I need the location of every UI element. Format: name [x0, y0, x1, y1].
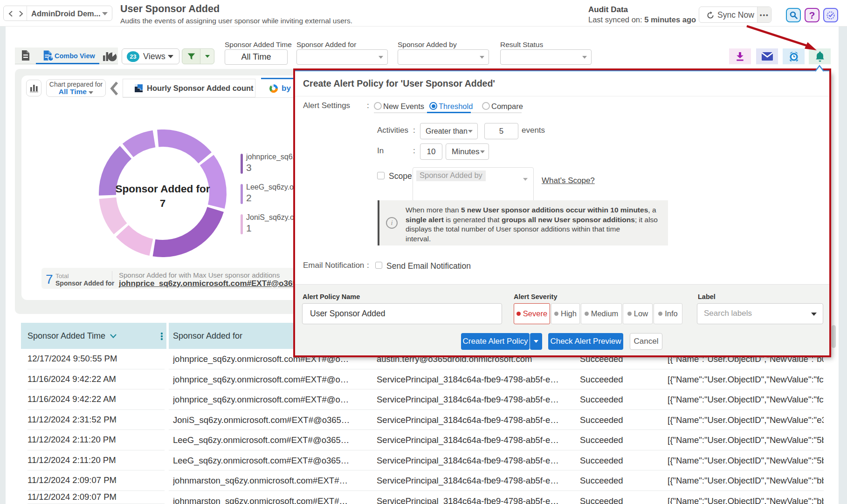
svg-text:Sponsor Added for: Sponsor Added for	[116, 183, 210, 195]
svg-text:7: 7	[160, 198, 166, 209]
